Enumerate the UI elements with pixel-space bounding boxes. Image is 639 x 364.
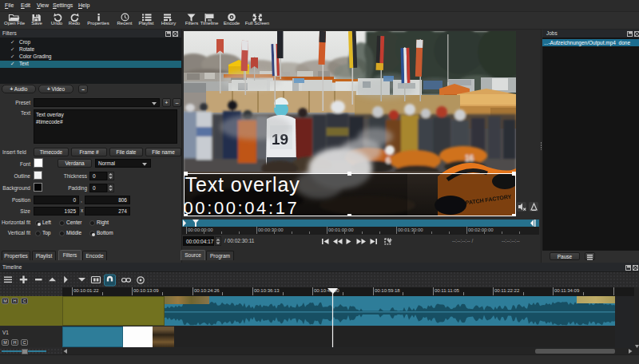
svg-text:16: 16 [465,154,474,163]
svg-text:6: 6 [386,156,391,165]
svg-text:Text overlay: Text overlay [185,173,300,196]
svg-text:00:00:04:17: 00:00:04:17 [184,198,299,217]
